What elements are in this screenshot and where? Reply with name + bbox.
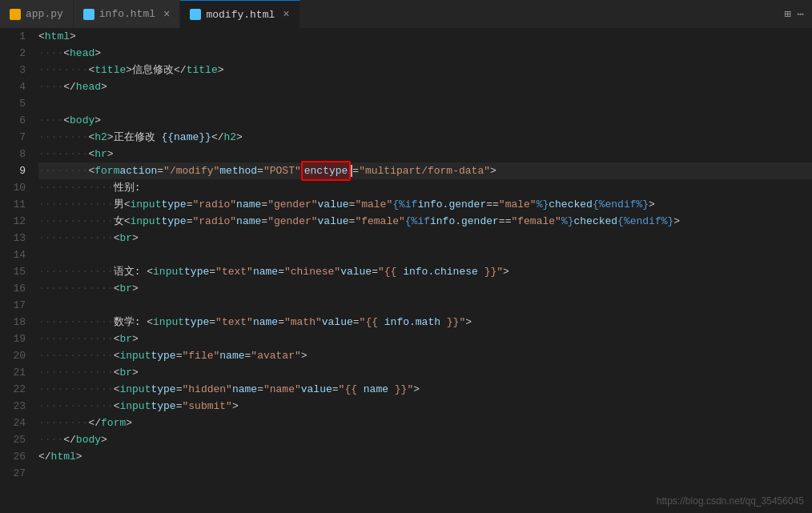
code-line-18: ············数学: <input type="text" name=… [38,314,812,331]
tab-info-html[interactable]: info.html × [74,0,181,28]
line-number-7: 7 [6,129,26,146]
code-line-26: </html> [38,448,812,465]
code-line-24: ········</form> [38,415,812,431]
code-line-7: ········<h2>正在修改 {{name}}</h2> [38,129,812,146]
code-line-17 [38,297,812,314]
code-line-22: ············<input type="hidden" name="n… [38,381,812,398]
code-line-8: ········<hr> [38,146,812,162]
code-line-20: ············<input type="file" name="ava… [38,347,812,364]
code-line-1: <html> [38,28,812,45]
line-number-23: 23 [6,398,26,415]
file-icon-modify [190,9,201,20]
line-number-10: 10 [6,179,26,196]
line-number-1: 1 [6,28,26,45]
file-icon-py [10,9,21,20]
code-line-16: ············<br> [38,280,812,297]
code-line-2: ····<head> [38,45,812,62]
code-line-10: ············性别: [38,179,812,196]
code-line-9: ········<form action="/modify" method="P… [38,162,812,179]
tab-app-py[interactable]: app.py [0,0,74,28]
tab-bar-actions: ⊞ ⋯ [784,7,812,21]
line-number-11: 11 [6,196,26,213]
tab-label-info-html: info.html [99,8,155,20]
line-number-4: 4 [6,78,26,95]
code-line-11: ············男<input type="radio" name="g… [38,196,812,213]
line-number-27: 27 [6,465,26,482]
code-line-4: ····</head> [38,78,812,95]
code-line-3: ········<title>信息修改</title> [38,62,812,78]
line-number-17: 17 [6,297,26,314]
line-number-22: 22 [6,381,26,398]
line-number-14: 14 [6,246,26,263]
code-line-12: ············女<input type="radio" name="g… [38,213,812,230]
code-line-25: ····</body> [38,431,812,448]
tab-label-app-py: app.py [26,8,63,20]
line-numbers: 1234567891011121314151617181920212223242… [0,28,32,513]
line-number-15: 15 [6,263,26,280]
line-number-18: 18 [6,314,26,331]
code-line-15: ············语文: <input type="text" name=… [38,263,812,280]
editor: 1234567891011121314151617181920212223242… [0,28,812,513]
file-icon-info [83,9,94,20]
more-actions-icon[interactable]: ⋯ [798,7,804,21]
code-line-6: ····<body> [38,112,812,129]
code-line-21: ············<br> [38,364,812,381]
line-number-2: 2 [6,45,26,62]
close-icon-modify[interactable]: × [283,9,289,20]
line-number-8: 8 [6,146,26,162]
tab-modify-html[interactable]: modify.html × [180,0,299,28]
split-editor-icon[interactable]: ⊞ [784,7,790,21]
close-icon-info[interactable]: × [163,9,170,20]
line-number-24: 24 [6,415,26,431]
line-number-16: 16 [6,280,26,297]
line-number-13: 13 [6,230,26,246]
line-number-12: 12 [6,213,26,230]
line-number-19: 19 [6,331,26,347]
line-number-5: 5 [6,95,26,112]
line-number-6: 6 [6,112,26,129]
code-line-19: ············<br> [38,331,812,347]
tab-label-modify-html: modify.html [206,9,275,21]
line-number-21: 21 [6,364,26,381]
code-line-23: ············<input type="submit"> [38,398,812,415]
line-number-26: 26 [6,448,26,465]
code-content[interactable]: <html>····<head>········<title>信息修改</tit… [32,28,812,513]
code-line-13: ············<br> [38,230,812,246]
line-number-20: 20 [6,347,26,364]
line-number-9: 9 [6,162,26,179]
line-number-3: 3 [6,62,26,78]
tab-bar: app.py info.html × modify.html × ⊞ ⋯ [0,0,812,28]
code-line-27 [38,465,812,482]
code-line-14 [38,246,812,263]
watermark: https://blog.csdn.net/qq_35456045 [657,495,804,507]
code-line-5 [38,95,812,112]
line-number-25: 25 [6,431,26,448]
